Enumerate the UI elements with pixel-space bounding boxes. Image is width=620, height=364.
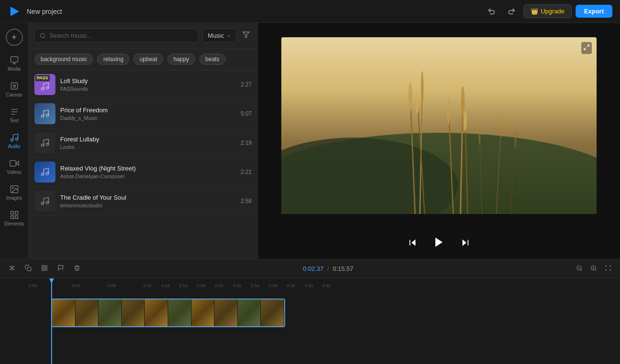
- music-duration-5: 2:58: [241, 198, 252, 204]
- zoom-in-button[interactable]: [588, 264, 600, 274]
- tag-background-music[interactable]: background music: [34, 54, 93, 65]
- svg-point-39: [461, 86, 465, 117]
- video-frame: [281, 37, 597, 214]
- project-title: New project: [27, 8, 478, 15]
- delete-icon: [74, 265, 80, 271]
- music-title-2: Price of Freedom: [60, 107, 236, 114]
- time-separator: /: [327, 265, 329, 272]
- music-item[interactable]: PASS Lofi Study FASSounds 2:27: [29, 70, 257, 99]
- topbar-actions: 👑 Upgrade Export: [483, 4, 612, 18]
- zoom-fit-button[interactable]: [602, 264, 614, 274]
- svg-line-65: [595, 269, 597, 270]
- music-note-icon: [40, 196, 50, 206]
- svg-marker-6: [16, 161, 19, 165]
- svg-marker-52: [462, 239, 466, 246]
- flag-tool-button[interactable]: [54, 263, 67, 275]
- svg-rect-10: [11, 212, 13, 214]
- film-frame: [52, 300, 75, 326]
- playback-controls: [258, 228, 620, 259]
- add-button[interactable]: +: [6, 29, 23, 46]
- svg-rect-58: [42, 268, 44, 270]
- skip-back-button[interactable]: [406, 236, 419, 252]
- svg-point-38: [447, 98, 450, 125]
- music-thumb-5: [34, 191, 55, 212]
- music-item[interactable]: Relaxed Vlog (Night Street) Ashot-Daniel…: [29, 158, 257, 187]
- tag-relaxing[interactable]: relaxing: [97, 54, 129, 65]
- sidebar-item-elements[interactable]: Elements: [2, 206, 26, 230]
- skip-back-icon: [408, 238, 417, 247]
- svg-point-46: [514, 131, 516, 149]
- film-frame: [261, 300, 284, 326]
- music-note-icon: [40, 167, 50, 177]
- split-icon: [9, 265, 15, 271]
- undo-button[interactable]: [483, 5, 500, 18]
- ruler-mark: 0:00: [29, 283, 37, 289]
- music-item[interactable]: Forest Lullaby Lesfm 2:19: [29, 128, 257, 158]
- svg-rect-11: [15, 212, 18, 214]
- svg-rect-13: [15, 216, 18, 219]
- skip-forward-button[interactable]: [459, 236, 472, 252]
- ruler-mark: 0:16: [179, 283, 188, 289]
- music-artist-1: FASSounds: [60, 86, 236, 92]
- sidebar-item-media[interactable]: Media: [2, 52, 26, 75]
- svg-point-19: [46, 114, 49, 117]
- panel-search: Music: [29, 23, 257, 49]
- music-title-1: Lofi Study: [60, 77, 236, 85]
- music-thumb-4: [34, 161, 55, 182]
- music-info-1: Lofi Study FASSounds: [60, 77, 236, 92]
- sidebar-item-images[interactable]: Images: [2, 181, 26, 204]
- music-category-dropdown[interactable]: Music: [203, 29, 236, 43]
- playhead[interactable]: [51, 278, 52, 364]
- svg-point-18: [42, 115, 44, 118]
- music-artist-4: Ashot-Danielyan-Composer: [60, 173, 236, 179]
- zoom-in-icon: [590, 265, 597, 271]
- tag-upbeat[interactable]: upbeat: [133, 54, 163, 65]
- sidebar-item-videos-label: Videos: [7, 170, 21, 175]
- timeline-ruler: 0:00 0:04 0:08 0:12 0:14 0:16 0:18 0:20 …: [29, 278, 620, 289]
- ruler-mark: 0:14: [161, 283, 170, 289]
- music-duration-3: 2:19: [241, 139, 252, 146]
- video-track[interactable]: [51, 299, 285, 327]
- group-tool-button[interactable]: [38, 263, 51, 275]
- ruler-mark: 0:18: [197, 283, 205, 289]
- split-tool-button[interactable]: [6, 263, 18, 275]
- music-item[interactable]: The Cradle of Your Soul lemonmusicstudio…: [29, 187, 257, 216]
- search-input[interactable]: [49, 32, 193, 39]
- search-icon: [40, 32, 46, 39]
- svg-point-16: [42, 88, 44, 90]
- sidebar-item-media-label: Media: [8, 66, 21, 72]
- zoom-out-button[interactable]: [573, 264, 586, 274]
- tag-beats[interactable]: beats: [199, 54, 225, 65]
- music-item[interactable]: Price of Freedom Daddy_s_Music 5:07: [29, 99, 257, 128]
- music-info-2: Price of Freedom Daddy_s_Music: [60, 107, 236, 121]
- film-frame: [145, 300, 168, 326]
- music-note-icon: [40, 109, 50, 118]
- svg-rect-56: [42, 266, 44, 268]
- fullscreen-button[interactable]: [581, 42, 592, 54]
- sidebar-item-audio[interactable]: Audio: [2, 129, 26, 153]
- svg-point-23: [46, 172, 49, 175]
- videos-icon: [10, 159, 19, 168]
- copy-tool-button[interactable]: [22, 263, 34, 275]
- sidebar-item-videos[interactable]: Videos: [2, 155, 26, 179]
- redo-button[interactable]: [503, 5, 520, 18]
- elements-icon: [10, 210, 19, 220]
- film-frame: [98, 300, 122, 326]
- upgrade-button[interactable]: 👑 Upgrade: [524, 4, 572, 18]
- svg-point-44: [479, 126, 481, 145]
- delete-tool-button[interactable]: [71, 263, 83, 275]
- sidebar-item-canvas[interactable]: Canvas: [2, 77, 26, 101]
- music-artist-5: lemonmusicstudio: [60, 203, 236, 208]
- filter-button[interactable]: [240, 29, 252, 43]
- svg-rect-1: [11, 57, 18, 63]
- crown-icon: 👑: [531, 8, 538, 15]
- timeline-toolbar: 0:02.37 / 0:15.57: [0, 259, 620, 278]
- copy-icon: [25, 265, 32, 271]
- media-icon: [10, 55, 19, 65]
- tag-happy[interactable]: happy: [167, 54, 195, 65]
- sidebar-item-text[interactable]: Text: [2, 103, 26, 127]
- export-button[interactable]: Export: [576, 5, 612, 18]
- film-frame: [238, 300, 261, 326]
- play-button[interactable]: [431, 234, 447, 253]
- svg-rect-57: [45, 266, 47, 268]
